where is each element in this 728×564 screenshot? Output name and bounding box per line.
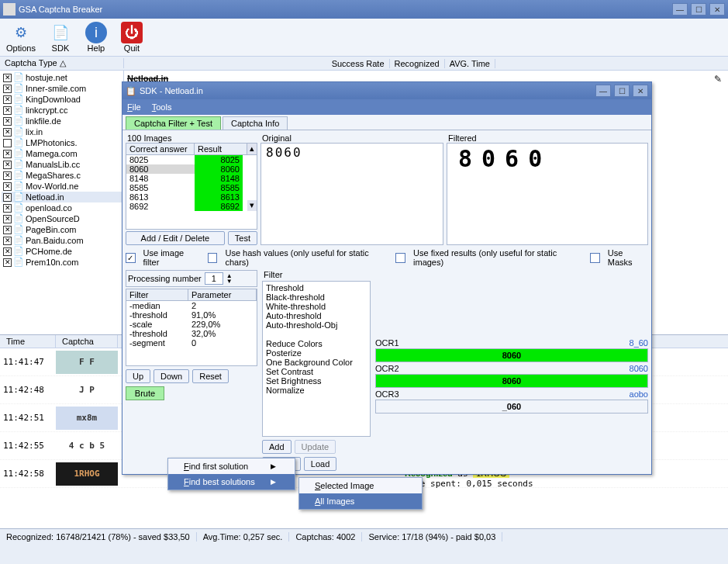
table-row[interactable]: -segment0 xyxy=(126,338,257,348)
tree-item[interactable]: ✕📄Pan.Baidu.com xyxy=(2,235,122,246)
table-row[interactable]: 86138613 xyxy=(126,192,257,202)
list-item[interactable]: Black-threshold xyxy=(266,292,367,302)
scroll-up-icon[interactable]: ▴ xyxy=(247,144,257,154)
add-filter-button[interactable]: Add xyxy=(262,440,292,454)
menu-item[interactable]: Find first solution▶ xyxy=(168,458,295,474)
log-col-captcha[interactable]: Captcha xyxy=(56,335,118,348)
checkbox-icon[interactable]: ✕ xyxy=(3,161,12,169)
checkbox-icon[interactable]: ✕ xyxy=(3,247,12,256)
tree-item[interactable]: ✕📄PageBin.com xyxy=(2,224,122,235)
menu-tools[interactable]: Tools xyxy=(152,102,172,112)
list-item[interactable]: Set Contrast xyxy=(266,367,367,376)
table-row[interactable]: 85858585 xyxy=(126,183,257,192)
checkbox-icon[interactable]: ✕ xyxy=(3,193,12,202)
tree-item[interactable]: ✕📄OpenSourceD xyxy=(2,213,122,224)
col-success[interactable]: Success Rate xyxy=(327,59,390,68)
col-recognized[interactable]: Recognized xyxy=(390,59,445,68)
list-item[interactable]: Normalize xyxy=(266,386,367,395)
list-item[interactable]: Reduce Colors xyxy=(266,339,367,348)
log-col-time[interactable]: Time xyxy=(0,335,56,348)
tree-item[interactable]: 📄LMPhotonics. xyxy=(2,137,122,148)
down-button[interactable]: Down xyxy=(154,369,189,383)
tree-item[interactable]: ✕📄Prem10n.com xyxy=(2,257,122,268)
tab-captcha-filter[interactable]: Captcha Filter + Test xyxy=(126,116,221,130)
sdk-button[interactable]: 📄SDK xyxy=(50,22,71,53)
col-answer[interactable]: Correct answer xyxy=(126,144,195,154)
menu-item[interactable]: All Images xyxy=(299,493,422,509)
applied-filters-table[interactable]: FilterParameter -median2-threshold91,0%-… xyxy=(126,289,257,366)
tree-item[interactable]: ✕📄hostuje.net xyxy=(2,72,122,83)
list-item[interactable]: Set Brightness xyxy=(266,376,367,386)
captcha-type-tree[interactable]: ✕📄hostuje.net✕📄Inner-smile.com✕📄KingDown… xyxy=(0,71,124,334)
sdk-close-button[interactable]: ✕ xyxy=(633,85,648,97)
tree-item[interactable]: ✕📄openload.co xyxy=(2,202,122,213)
checkbox-icon[interactable]: ✕ xyxy=(3,117,12,126)
checkbox-icon[interactable]: ✕ xyxy=(3,215,12,223)
table-row[interactable]: 80608060 xyxy=(126,164,257,174)
edit-icon[interactable]: ✎ xyxy=(714,74,722,85)
tree-item[interactable]: ✕📄MegaShares.c xyxy=(2,170,122,181)
menu-item[interactable]: Find best solutions▶ xyxy=(168,474,295,490)
table-row[interactable]: -median2 xyxy=(126,301,257,310)
menu-item[interactable]: Selected Image xyxy=(299,478,422,493)
table-row[interactable]: -scale229,0% xyxy=(126,320,257,329)
menu-file[interactable]: File xyxy=(127,102,141,112)
tree-item[interactable]: ✕📄PCHome.de xyxy=(2,246,122,257)
max-button[interactable]: ☐ xyxy=(691,3,706,16)
add-edit-delete-button[interactable]: Add / Edit / Delete xyxy=(126,231,225,245)
table-row[interactable]: -threshold91,0% xyxy=(126,310,257,320)
checkbox-icon[interactable]: ✕ xyxy=(3,74,12,82)
close-button[interactable]: ✕ xyxy=(709,3,725,16)
tree-item[interactable]: ✕📄ManualsLib.cc xyxy=(2,159,122,170)
list-item[interactable] xyxy=(266,330,367,339)
scroll-down-icon[interactable]: ▾ xyxy=(247,200,257,211)
list-item[interactable]: One Background Color xyxy=(266,358,367,367)
checkbox-icon[interactable]: ✕ xyxy=(3,182,12,191)
help-button[interactable]: iHelp xyxy=(85,22,107,53)
reset-button[interactable]: Reset xyxy=(192,369,229,383)
processing-number-input[interactable] xyxy=(205,272,223,285)
checkbox-icon[interactable]: ✕ xyxy=(3,150,12,158)
tree-item[interactable]: ✕📄Netload.in xyxy=(2,192,122,202)
tree-item[interactable]: ✕📄lix.in xyxy=(2,126,122,137)
checkbox-icon[interactable]: ✕ xyxy=(3,128,12,137)
tree-item[interactable]: ✕📄Inner-smile.com xyxy=(2,83,122,94)
tree-item[interactable]: ✕📄Mov-World.ne xyxy=(2,181,122,192)
options-button[interactable]: ⚙Options xyxy=(6,22,36,53)
table-row[interactable]: -threshold32,0% xyxy=(126,329,257,338)
tree-item[interactable]: ✕📄linkfile.de xyxy=(2,116,122,126)
checkbox-icon[interactable]: ✕ xyxy=(3,226,12,234)
col-captcha-type[interactable]: Captcha Type △ xyxy=(0,58,124,68)
filter-list[interactable]: ThresholdBlack-thresholdWhite-thresholdA… xyxy=(262,281,371,437)
table-row[interactable]: 81488148 xyxy=(126,174,257,183)
checkbox-icon[interactable]: ✕ xyxy=(3,85,12,93)
table-row[interactable]: 80258025 xyxy=(126,155,257,164)
min-button[interactable]: — xyxy=(672,3,688,16)
brute-button[interactable]: Brute xyxy=(126,386,164,400)
list-item[interactable]: Posterize xyxy=(266,348,367,358)
load-filter-button[interactable]: Load xyxy=(304,457,336,471)
up-button[interactable]: Up xyxy=(126,369,150,383)
checkbox-icon[interactable]: ✕ xyxy=(3,106,12,115)
check-use-hash[interactable] xyxy=(208,253,218,263)
checkbox-icon[interactable]: ✕ xyxy=(3,171,12,180)
check-use-filter[interactable]: ✓ xyxy=(126,253,136,263)
col-result[interactable]: Result xyxy=(195,144,247,154)
tree-item[interactable]: ✕📄Mamega.com xyxy=(2,148,122,159)
checkbox-icon[interactable]: ✕ xyxy=(3,95,12,104)
list-item[interactable]: Threshold xyxy=(266,283,367,292)
tree-item[interactable]: ✕📄KingDownload xyxy=(2,94,122,105)
test-button[interactable]: Test xyxy=(228,231,257,245)
list-item[interactable]: Auto-threshold xyxy=(266,311,367,320)
quit-button[interactable]: ⏻Quit xyxy=(121,22,143,53)
checkbox-icon[interactable] xyxy=(3,139,12,147)
images-table[interactable]: Correct answer Result ▴ 8025802580608060… xyxy=(126,143,257,230)
sdk-max-button[interactable]: ☐ xyxy=(614,85,630,97)
tab-captcha-info[interactable]: Captcha Info xyxy=(223,116,288,130)
checkbox-icon[interactable]: ✕ xyxy=(3,258,12,267)
checkbox-icon[interactable]: ✕ xyxy=(3,204,12,213)
table-row[interactable]: 86928692 xyxy=(126,202,257,211)
list-item[interactable]: White-threshold xyxy=(266,302,367,311)
check-use-fixed[interactable] xyxy=(395,253,405,263)
sdk-min-button[interactable]: — xyxy=(595,85,611,97)
